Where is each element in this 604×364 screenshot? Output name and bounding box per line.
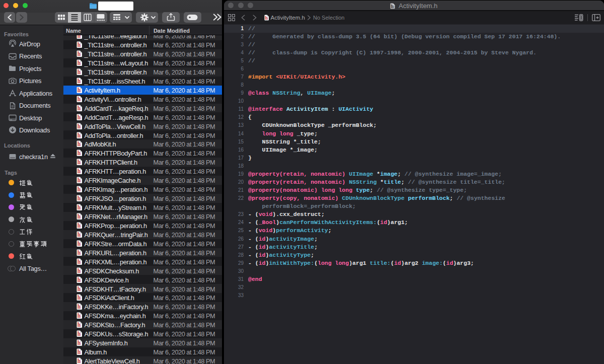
svg-text:h: h <box>77 241 81 247</box>
svg-text:h: h <box>77 96 81 102</box>
svg-text:h: h <box>77 187 81 193</box>
svg-text:h: h <box>77 169 81 175</box>
svg-text:h: h <box>77 250 81 256</box>
svg-text:h: h <box>77 160 81 166</box>
svg-text:h: h <box>77 205 81 211</box>
svg-text:h: h <box>77 78 81 84</box>
svg-text:h: h <box>77 340 81 346</box>
svg-text:h: h <box>77 196 81 202</box>
svg-text:h: h <box>77 286 81 292</box>
svg-text:h: h <box>77 295 81 301</box>
svg-text:h: h <box>77 358 81 364</box>
svg-text:h: h <box>77 313 81 319</box>
svg-text:h: h <box>77 114 81 120</box>
svg-text:h: h <box>77 51 81 57</box>
svg-text:h: h <box>77 349 81 355</box>
svg-text:h: h <box>77 304 81 310</box>
svg-text:h: h <box>77 132 81 138</box>
svg-text:h: h <box>391 4 394 9</box>
svg-text:h: h <box>77 123 81 129</box>
svg-text:h: h <box>77 213 81 220</box>
svg-text:h: h <box>77 268 81 274</box>
svg-text:h: h <box>77 331 81 337</box>
svg-text:h: h <box>77 42 81 48</box>
svg-text:h: h <box>77 178 81 184</box>
svg-text:h: h <box>77 105 81 111</box>
svg-text:h: h <box>77 322 81 328</box>
svg-text:h: h <box>77 151 81 157</box>
svg-text:h: h <box>77 87 81 93</box>
svg-text:h: h <box>77 141 81 148</box>
svg-text:h: h <box>77 259 81 265</box>
svg-text:h: h <box>77 223 81 229</box>
svg-text:h: h <box>77 277 81 283</box>
svg-text:h: h <box>77 232 81 238</box>
svg-text:h: h <box>77 69 81 75</box>
svg-text:h: h <box>265 15 268 21</box>
svg-text:h: h <box>77 60 81 66</box>
